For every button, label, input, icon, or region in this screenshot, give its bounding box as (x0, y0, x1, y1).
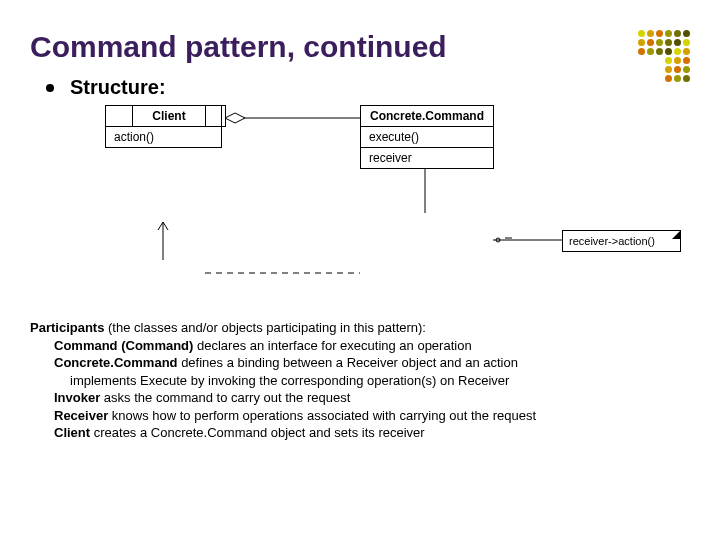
participant-concrete-detail: implements Execute by invoking the corre… (70, 372, 690, 390)
participant-receiver: Receiver knows how to perform operations… (54, 407, 690, 425)
participant-client: Client creates a Concrete.Command object… (54, 424, 690, 442)
participant-concrete: Concrete.Command defines a binding betwe… (54, 354, 690, 372)
box-client: Client (132, 105, 206, 127)
participants-heading: Participants (the classes and/or objects… (30, 319, 690, 337)
box-concrete-command: Concrete.Command execute() receiver (360, 105, 494, 169)
page-title: Command pattern, continued (30, 30, 690, 64)
decorative-dots (638, 30, 690, 82)
box-method: execute() (361, 126, 493, 147)
subtitle: Structure: (70, 76, 166, 99)
participant-invoker: Invoker asks the command to carry out th… (54, 389, 690, 407)
note-text: receiver->action() (569, 235, 655, 247)
structure-diagram: Invoker Command execute() Receiver actio… (60, 105, 700, 305)
note-receiver-action: receiver->action() (562, 230, 681, 252)
box-method: action() (106, 126, 221, 147)
subtitle-row: Structure: (46, 76, 690, 99)
participant-command: Command (Command) declares an interface … (54, 337, 690, 355)
box-attr: receiver (361, 147, 493, 168)
participants-section: Participants (the classes and/or objects… (30, 319, 690, 442)
svg-marker-1 (225, 113, 245, 123)
bullet-icon (46, 84, 54, 92)
box-name: Client (133, 106, 205, 126)
box-name: Concrete.Command (361, 106, 493, 126)
